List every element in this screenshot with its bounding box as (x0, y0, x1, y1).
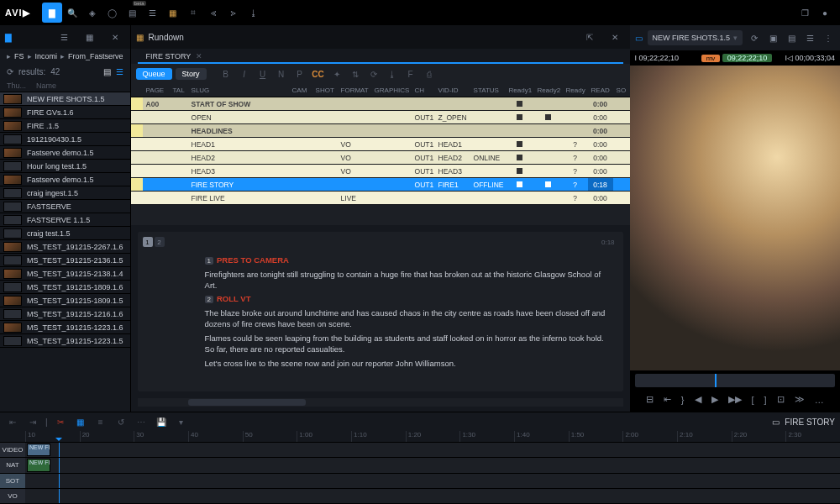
script-page[interactable]: 1 (143, 237, 153, 247)
rundown-row[interactable]: A00START OF SHOW0:00 (131, 97, 630, 111)
view-list-icon[interactable]: ▤ (103, 67, 111, 76)
tl-in-icon[interactable]: ⇤ (5, 414, 20, 429)
appbar-layers-icon[interactable]: ☰ (143, 3, 163, 23)
appbar-diamond-icon[interactable]: ◈ (82, 3, 102, 23)
asset-row[interactable]: NEW FIRE SHOTS.1.5 (0, 92, 130, 106)
appbar-share2-icon[interactable]: ⪢ (223, 3, 244, 23)
viewer-ctrl-5[interactable]: ▶▶ (728, 394, 742, 405)
viewer-ctrl-6[interactable]: [ (752, 395, 754, 405)
tl-list-icon[interactable]: ≡ (93, 414, 108, 429)
viewer-scrubber[interactable] (635, 374, 835, 387)
timeline-clip[interactable]: NEW FIRE S (27, 459, 50, 471)
lane[interactable] (25, 474, 840, 489)
appbar-windows-icon[interactable]: ❐ (795, 3, 815, 23)
asset-row[interactable]: MS_TEST_191215-1223.1.6 (0, 321, 130, 334)
track-labels[interactable]: VIDEONATSOTVO (0, 443, 25, 504)
appbar-page-icon[interactable]: ▦ (163, 3, 183, 23)
viewer-ctrl-2[interactable]: } (681, 395, 685, 405)
track-label[interactable]: VO (0, 489, 25, 504)
appbar-clap-icon[interactable]: ⌗ (183, 3, 203, 23)
viewer-ctrl-9[interactable]: ≫ (795, 394, 805, 405)
close-icon[interactable]: ✕ (105, 27, 125, 47)
track-label[interactable]: VIDEO (0, 443, 25, 458)
folder-icon[interactable]: ▇ (5, 33, 12, 42)
lane[interactable]: NEW FIRE S (25, 443, 840, 458)
f-button[interactable]: F (403, 66, 418, 81)
story-pill[interactable]: Story (176, 68, 207, 80)
asset-list[interactable]: NEW FIRE SHOTS.1.5FIRE GVs.1.6FIRE .1.51… (0, 92, 130, 412)
asset-row[interactable]: Fastserve demo.1.5 (0, 173, 130, 186)
appbar-search-icon[interactable]: 🔍 (62, 3, 82, 23)
tl-save-icon[interactable]: 💾 (154, 414, 169, 429)
appbar-book-icon[interactable]: ▤beta (123, 3, 143, 23)
asset-row[interactable]: MS_TEST_191215-1809.1.5 (0, 294, 130, 307)
bold-button[interactable]: B (218, 66, 234, 81)
rundown-row[interactable]: FIRE STORYOUT1FIRE1OFFLINE?0:18 (131, 178, 630, 192)
rundown-row[interactable]: OPENOUT1Z_OPEN0:00 (131, 111, 630, 124)
send-icon[interactable]: ▤ (785, 31, 798, 45)
dock-icon[interactable]: ⇱ (580, 27, 600, 47)
grid-icon[interactable]: ▦ (80, 27, 100, 47)
viewer-ctrl-4[interactable]: ▶ (711, 394, 718, 405)
appbar-download-icon[interactable]: ⭳ (244, 3, 264, 23)
view-cards-icon[interactable]: ☰ (116, 67, 123, 76)
viewer-ctrl-8[interactable]: ⊡ (777, 394, 785, 405)
close-icon[interactable]: ✕ (605, 27, 625, 47)
asset-row[interactable]: FIRE GVs.1.6 (0, 106, 130, 119)
tl-grid-icon[interactable]: ▦ (73, 414, 88, 429)
timeline-clip[interactable]: NEW FIRE S (27, 444, 50, 456)
timeline-lanes[interactable]: NEW FIRE SNEW FIRE S (25, 443, 840, 504)
asset-row[interactable]: MS_TEST_191215-1216.1.6 (0, 307, 130, 321)
refresh-icon[interactable]: ⟳ (748, 31, 761, 45)
rundown-grid[interactable]: PAGETALSLUGCAMSHOTFORMATGRAPHICSCHVID-ID… (131, 84, 630, 225)
p-button[interactable]: P (292, 66, 307, 81)
rundown-row[interactable]: HEADLINES0:00 (131, 124, 630, 138)
clip-name[interactable]: NEW FIRE SHOTS.1.5▾ (648, 30, 743, 45)
breadcrumb[interactable]: ▸ FS ▸ Incomi ▸ From_Fastserve (0, 49, 130, 64)
viewer-ctrl-1[interactable]: ⇤ (664, 394, 671, 405)
track-label[interactable]: SOT (0, 474, 25, 489)
tl-more-icon[interactable]: ⋯ (134, 414, 149, 429)
rundown-row[interactable]: FIRE LIVELIVE?0:00 (131, 192, 630, 205)
tl-out-icon[interactable]: ⇥ (25, 414, 40, 429)
appbar-folder-icon[interactable]: ▇ (42, 3, 62, 23)
asset-row[interactable]: MS_TEST_191215-2267.1.6 (0, 240, 130, 254)
appbar-user-icon[interactable]: ◯ (102, 3, 123, 23)
cycle-icon[interactable]: ⟳ (366, 66, 381, 81)
underline-button[interactable]: U (255, 66, 270, 81)
asset-row[interactable]: craig ingest.1.5 (0, 186, 130, 200)
list-icon[interactable]: ☰ (803, 31, 816, 45)
cc-button[interactable]: CC (311, 66, 326, 81)
asset-row[interactable]: 1912190430.1.5 (0, 133, 130, 146)
rundown-row[interactable]: HEAD1VOOUT1HEAD1?0:00 (131, 138, 630, 151)
h-scrollbar[interactable] (138, 398, 623, 407)
refresh-icon[interactable]: ⟳ (7, 67, 13, 76)
asset-row[interactable]: MS_TEST_191215-1223.1.5 (0, 334, 130, 348)
tl-menu-icon[interactable]: ▾ (174, 414, 189, 429)
asset-row[interactable]: MS_TEST_191215-2136.1.5 (0, 254, 130, 267)
queue-pill[interactable]: Queue (136, 68, 172, 80)
video-viewer[interactable] (630, 66, 840, 370)
appbar-share-icon[interactable]: ⪡ (203, 3, 223, 23)
tl-cut-icon[interactable]: ✂ (53, 414, 68, 429)
viewer-ctrl-3[interactable]: ◀ (695, 394, 701, 405)
asset-row[interactable]: craig test.1.5 (0, 227, 130, 240)
timeline-ruler[interactable]: 10203040501:001:101:201:301:401:502:002:… (0, 431, 840, 443)
asset-row[interactable]: MS_TEST_191215-2138.1.4 (0, 267, 130, 281)
story-tab[interactable]: FIRE STORY✕ (138, 49, 623, 64)
asset-row[interactable]: FASTSERVE (0, 200, 130, 213)
dl-icon[interactable]: ⭳ (385, 66, 400, 81)
asset-row[interactable]: FASTSERVE 1.1.5 (0, 213, 130, 227)
viewer-ctrl-7[interactable]: ] (764, 395, 767, 405)
viewer-ctrl-0[interactable]: ⊟ (646, 394, 654, 405)
n-button[interactable]: N (274, 66, 289, 81)
track-label[interactable]: NAT (0, 458, 25, 473)
asset-row[interactable]: Fastserve demo.1.5 (0, 146, 130, 160)
italic-button[interactable]: I (237, 66, 252, 81)
asset-row[interactable]: MS_TEST_191215-1809.1.6 (0, 281, 130, 294)
swap-icon[interactable]: ⇅ (348, 66, 363, 81)
viewer-ctrl-10[interactable]: … (815, 395, 824, 405)
script-page[interactable]: 2 (155, 237, 165, 247)
lane[interactable]: NEW FIRE S (25, 458, 840, 473)
more-icon[interactable]: ⋮ (822, 31, 835, 45)
